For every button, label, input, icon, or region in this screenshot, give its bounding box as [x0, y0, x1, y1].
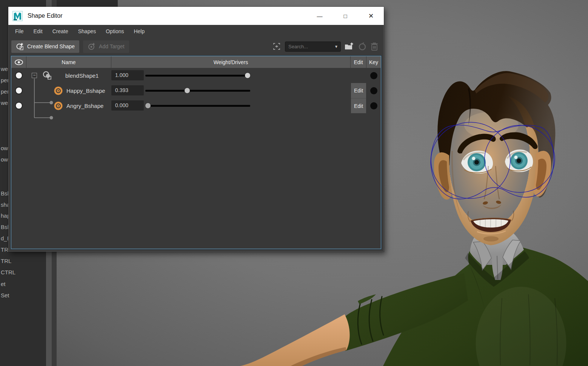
minimize-button[interactable]: — [307, 7, 332, 25]
visibility-column-header[interactable] [11, 56, 26, 68]
weight-slider[interactable] [145, 87, 250, 94]
menu-help[interactable]: Help [134, 28, 145, 34]
search-box[interactable]: ▼ [285, 42, 341, 52]
create-blend-shape-icon [16, 42, 24, 51]
edit-cell-empty [351, 68, 366, 83]
create-blend-shape-button[interactable]: Create Blend Shape [11, 40, 79, 53]
edit-target-button[interactable]: Edit [351, 83, 366, 98]
outliner-item-fragment[interactable]: ow [1, 156, 8, 163]
window-titlebar[interactable]: Shape Editor — □ ✕ [8, 7, 384, 25]
outliner-item-fragment[interactable]: CTRL [1, 269, 15, 276]
outliner-item-fragment[interactable]: per [1, 88, 9, 95]
menubar: FileEditCreateShapesOptionsHelp [9, 25, 383, 38]
visibility-toggle[interactable] [16, 88, 22, 94]
frame-selection-icon[interactable] [272, 42, 282, 51]
trash-icon[interactable] [370, 42, 379, 51]
viewport-toolbar-edge [57, 0, 118, 7]
shape-editor-window: Shape Editor — □ ✕ FileEditCreateShapesO… [8, 7, 384, 252]
collapse-toggle[interactable]: − [32, 73, 37, 78]
menu-create[interactable]: Create [52, 28, 68, 34]
close-button[interactable]: ✕ [358, 7, 384, 25]
table-row[interactable]: Angry_Bshape 0.000 Edit [11, 98, 381, 113]
slider-track[interactable] [145, 75, 250, 77]
target-name[interactable]: Angry_Bshape [66, 103, 103, 109]
eye-icon [14, 59, 23, 65]
menu-options[interactable]: Options [106, 28, 124, 34]
window-body: FileEditCreateShapesOptionsHelp Create B… [8, 25, 384, 252]
add-target-button[interactable]: Add Target [83, 40, 129, 53]
outliner-item-fragment[interactable]: per [1, 77, 9, 84]
create-blend-shape-label: Create Blend Shape [27, 43, 75, 49]
weight-value-field[interactable]: 1.000 [111, 70, 144, 80]
target-shape-icon[interactable] [54, 101, 63, 110]
menu-file[interactable]: File [15, 28, 24, 34]
visibility-toggle[interactable] [16, 72, 22, 78]
outliner-item-fragment[interactable]: et [1, 280, 6, 288]
slider-track[interactable] [145, 90, 250, 92]
visibility-toggle[interactable] [16, 103, 22, 109]
search-input[interactable] [288, 43, 333, 50]
weight-column-header: Weight/Drivers [111, 56, 351, 68]
slider-handle[interactable] [245, 73, 250, 78]
window-title: Shape Editor [28, 12, 63, 19]
weight-value-field[interactable]: 0.393 [111, 85, 144, 95]
outliner-item-fragment[interactable]: ow [1, 145, 8, 152]
menu-shapes[interactable]: Shapes [78, 28, 96, 34]
slider-handle[interactable] [185, 88, 190, 93]
add-target-label: Add Target [99, 43, 124, 49]
outliner-item-fragment[interactable]: TRL [1, 257, 11, 265]
table-row[interactable]: − blendShape1 1.000 [11, 68, 381, 83]
new-group-icon[interactable] [344, 42, 354, 51]
target-shape-icon[interactable] [54, 86, 63, 95]
table-rows: − blendShape1 1.000 [11, 68, 381, 249]
menu-edit[interactable]: Edit [34, 28, 43, 34]
name-column-header: Name [26, 56, 111, 68]
key-button[interactable] [370, 102, 377, 109]
search-dropdown-icon[interactable]: ▼ [334, 45, 338, 49]
weight-value-field[interactable]: 0.000 [111, 100, 144, 111]
target-name[interactable]: Happy_Bshape [66, 88, 105, 94]
edit-target-button[interactable]: Edit [351, 98, 366, 113]
maya-logo-icon [12, 11, 23, 21]
weight-slider[interactable] [145, 72, 250, 79]
add-target-icon [88, 42, 96, 51]
blendshape-name[interactable]: blendShape1 [65, 72, 99, 79]
toolbar: Create Blend Shape Add Target [9, 38, 383, 55]
key-button[interactable] [370, 87, 377, 94]
maximize-button[interactable]: □ [332, 7, 358, 25]
retarget-icon[interactable] [358, 42, 367, 51]
edit-column-header: Edit [351, 56, 366, 68]
slider-track[interactable] [145, 105, 250, 107]
key-column-header: Key [366, 56, 381, 68]
table-header: Name Weight/Drivers Edit Key [11, 56, 381, 68]
maya-application: werperperwerowowBshshahapeBshd_ETRLTRLCT… [0, 0, 588, 366]
blend-shape-table: Name Weight/Drivers Edit Key [11, 56, 381, 249]
weight-slider[interactable] [145, 102, 250, 109]
key-button[interactable] [370, 72, 377, 79]
blendshape-node-icon[interactable] [42, 71, 52, 80]
outliner-item-fragment[interactable]: Set [1, 292, 9, 299]
slider-handle[interactable] [145, 103, 151, 108]
table-row[interactable]: Happy_Bshape 0.393 Edit [11, 83, 381, 98]
